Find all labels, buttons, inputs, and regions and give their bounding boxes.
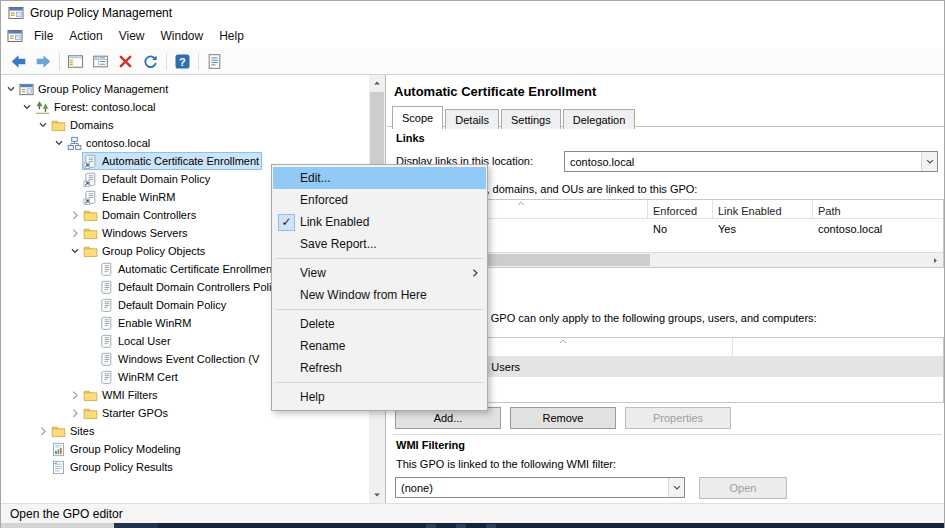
tree-item-contoso-local[interactable]: contoso.local [1,134,368,152]
tree-item-group-policy-modeling[interactable]: Group Policy Modeling [1,440,368,458]
export-list-icon [92,53,109,70]
title-bar: Group Policy Management [1,1,944,24]
menu-file[interactable]: File [26,25,61,47]
chevron-collapsed-icon[interactable] [69,407,81,419]
show-console-tree-icon [67,53,84,70]
context-menu-item-view[interactable]: View [273,262,486,284]
dropdown-arrow-icon[interactable] [668,478,684,497]
column-header-link-enabled[interactable]: Link Enabled [713,200,813,218]
properties-button[interactable] [202,50,227,73]
tree-item-content: Windows Servers [82,224,191,242]
context-menu-item-edit[interactable]: Edit... [273,167,486,189]
tree-item-sites[interactable]: Sites [1,422,368,440]
tree-item-content: Enable WinRM [82,188,178,206]
chevron-collapsed-icon[interactable] [69,209,81,221]
remove-button[interactable]: Remove [510,407,616,429]
menu-help[interactable]: Help [211,25,252,47]
tree-item-content: Domain Controllers [82,206,199,224]
tab-settings[interactable]: Settings [501,109,561,129]
chevron-expanded-icon[interactable] [69,245,81,257]
menu-view[interactable]: View [111,25,153,47]
context-menu-item-refresh[interactable]: Refresh [273,357,486,379]
open-button[interactable]: Open [699,477,787,499]
delete-icon [117,53,134,70]
context-menu-item-enforced[interactable]: Enforced [273,189,486,211]
taskbar-icon[interactable] [456,524,466,528]
back-icon [10,53,27,70]
show-console-tree-button[interactable] [63,50,88,73]
toolbar-separator [198,53,199,70]
tree-item-forest-contoso-local[interactable]: Forest: contoso.local [1,98,368,116]
wmi-filtering-caption: This GPO is linked to the following WMI … [396,458,616,470]
chevron-collapsed-icon[interactable] [37,425,49,437]
menu-action[interactable]: Action [61,25,110,47]
export-list-button[interactable] [88,50,113,73]
context-menu: Edit...Enforced✓Link EnabledSave Report.… [271,164,488,411]
back-button[interactable] [6,50,31,73]
tree-item-content: Sites [50,422,97,440]
tree-item-content: Group Policy Results [50,458,176,476]
expander-spacer [85,281,97,293]
context-menu-item-link-enabled[interactable]: ✓Link Enabled [273,211,486,233]
menu-item-label: Help [300,390,464,404]
tree-item-content: Domains [50,116,116,134]
tree-item-content: Default Domain Policy [98,296,229,314]
gpo-icon [99,316,114,331]
tree-item-content: Automatic Certificate Enrollment [98,260,278,278]
scroll-down-icon[interactable] [369,487,385,503]
scroll-up-icon[interactable] [369,75,385,91]
chevron-collapsed-icon[interactable] [69,389,81,401]
tree-item-content: Group Policy Objects [82,242,208,260]
tree-item-label: contoso.local [86,137,150,149]
menu-item-label: Enforced [300,193,464,207]
column-header-path[interactable]: Path [813,200,943,218]
tree-item-label: Enable WinRM [118,317,191,329]
menu-item-gutter: ✓ [273,214,300,231]
tree-item-group-policy-results[interactable]: Group Policy Results [1,458,368,476]
refresh-button[interactable] [138,50,163,73]
taskbar-icon[interactable] [426,524,436,528]
delete-button[interactable] [113,50,138,73]
tab-delegation[interactable]: Delegation [563,109,636,129]
chevron-expanded-icon[interactable] [37,119,49,131]
tree-item-content: Group Policy Management [18,80,171,98]
chevron-expanded-icon[interactable] [53,137,65,149]
tree-item-group-policy-management[interactable]: Group Policy Management [1,80,368,98]
expander-spacer [69,173,81,185]
start-button-sliver[interactable] [114,523,158,528]
chevron-expanded-icon[interactable] [5,83,17,95]
help-button[interactable]: ? [170,50,195,73]
chevron-expanded-icon[interactable] [21,101,33,113]
menu-window[interactable]: Window [153,25,212,47]
refresh-icon [142,53,159,70]
location-combobox[interactable]: contoso.local [564,151,938,172]
wmi-filter-combobox[interactable]: (none) [395,477,685,498]
gpo-link-icon [83,190,98,205]
folder-icon [83,388,98,403]
context-menu-item-new-window-from-here[interactable]: New Window from Here [273,284,486,306]
gpo-title: Automatic Certificate Enrollment [394,84,596,99]
taskbar-icon[interactable] [486,524,496,528]
chevron-collapsed-icon[interactable] [69,227,81,239]
dropdown-arrow-icon[interactable] [921,152,937,171]
tab-scope[interactable]: Scope [392,106,443,129]
forward-button[interactable] [31,50,56,73]
scroll-right-icon[interactable] [928,253,943,267]
tree-item-content: Local User [98,332,174,350]
tree-item-label: Domain Controllers [102,209,196,221]
taskbar-strip[interactable] [1,523,944,528]
tree-item-label: Local User [118,335,171,347]
context-menu-item-save-report[interactable]: Save Report... [273,233,486,255]
properties-button[interactable]: Properties [625,407,731,429]
tree-item-domains[interactable]: Domains [1,116,368,134]
context-menu-item-rename[interactable]: Rename [273,335,486,357]
column-header-enforced[interactable]: Enforced [648,200,713,218]
wmi-filtering-heading: WMI Filtering [396,439,465,451]
tab-details[interactable]: Details [445,109,499,129]
context-menu-item-help[interactable]: Help [273,386,486,408]
link-enabled-cell: Yes [713,223,813,235]
context-menu-item-delete[interactable]: Delete [273,313,486,335]
menu-item-label: Save Report... [300,237,464,251]
group-policy-management-window: Group Policy Management File Action View… [0,0,945,528]
gpo-icon [99,352,114,367]
